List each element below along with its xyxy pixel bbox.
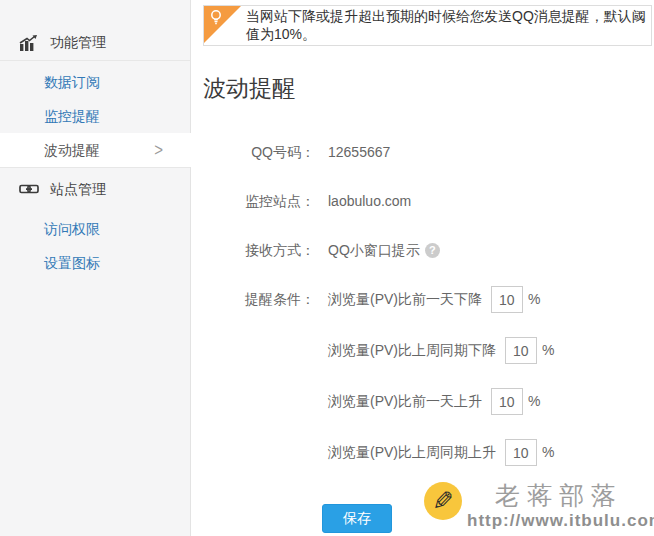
main-content: 当网站下降或提升超出预期的时候给您发送QQ消息提醒，默认阈值为10%。 波动提醒… [192, 0, 654, 536]
sidebar-section-label: 站点管理 [50, 181, 106, 199]
percent-sign: % [528, 387, 540, 416]
watermark-url: http://www.itbulu.com [467, 511, 654, 531]
question-icon[interactable]: ? [425, 243, 440, 258]
condition-row-pv-day-drop: 浏览量(PV)比前一天下降 % [328, 285, 554, 314]
sidebar-section-label: 功能管理 [50, 34, 106, 52]
watermark-text: 老蒋部落 http://www.itbulu.com [467, 482, 654, 531]
condition-text: 浏览量(PV)比上周同期下降 [328, 336, 496, 365]
sidebar: 功能管理 数据订阅 监控提醒 波动提醒 > 站点管理 访问权限 设置图标 [0, 0, 191, 536]
sidebar-item-data-subscription[interactable]: 数据订阅 [0, 65, 190, 99]
alert-condition-label: 提醒条件： [203, 285, 315, 314]
threshold-input-week-drop[interactable] [505, 337, 537, 364]
condition-text: 浏览量(PV)比前一天下降 [328, 285, 482, 314]
form-row-conditions: 提醒条件： 浏览量(PV)比前一天下降 % 浏览量(PV)比上周同期下降 % 浏… [203, 285, 654, 489]
lightbulb-icon [209, 9, 223, 30]
percent-sign: % [542, 438, 554, 467]
watermark-title: 老蒋部落 [495, 482, 654, 510]
condition-row-pv-day-rise: 浏览量(PV)比前一天上升 % [328, 387, 554, 416]
watermark: ✎ 老蒋部落 http://www.itbulu.com [424, 482, 654, 531]
monitor-site-value: laobuluo.com [328, 187, 411, 216]
condition-row-pv-week-rise: 浏览量(PV)比上周同期上升 % [328, 438, 554, 467]
banner-text: 当网站下降或提升超出预期的时候给您发送QQ消息提醒，默认阈值为10%。 [246, 8, 651, 44]
link-icon [19, 182, 41, 199]
chart-up-icon [19, 35, 41, 52]
page-title: 波动提醒 [203, 73, 654, 104]
monitor-site-label: 监控站点： [203, 187, 315, 216]
receive-method-text: QQ小窗口提示 [328, 242, 420, 258]
threshold-input-week-rise[interactable] [505, 439, 537, 466]
notice-banner: 当网站下降或提升超出预期的时候给您发送QQ消息提醒，默认阈值为10%。 [203, 5, 652, 46]
sidebar-section-function-mgmt: 功能管理 [0, 29, 190, 57]
chevron-right-icon: > [154, 129, 163, 172]
qq-number-value: 12655667 [328, 138, 390, 167]
sidebar-item-label: 访问权限 [44, 221, 100, 237]
sidebar-item-label: 监控提醒 [44, 108, 100, 124]
sidebar-item-fluctuation-alert[interactable]: 波动提醒 > [0, 133, 191, 167]
settings-form: QQ号码： 12655667 监控站点： laobuluo.com 接收方式： … [203, 138, 654, 533]
sidebar-divider [0, 60, 190, 61]
sidebar-item-access-rights[interactable]: 访问权限 [0, 212, 190, 246]
watermark-badge: ✎ [424, 482, 462, 520]
sidebar-section-site-mgmt: 站点管理 [0, 176, 190, 204]
condition-text: 浏览量(PV)比上周同期上升 [328, 438, 496, 467]
pencil-icon: ✎ [432, 488, 454, 514]
receive-method-value: QQ小窗口提示? [328, 236, 440, 265]
form-row-method: 接收方式： QQ小窗口提示? [203, 236, 654, 265]
sidebar-item-set-icon[interactable]: 设置图标 [0, 246, 190, 280]
threshold-input-day-drop[interactable] [491, 286, 523, 313]
sidebar-item-label: 数据订阅 [44, 74, 100, 90]
condition-row-pv-week-drop: 浏览量(PV)比上周同期下降 % [328, 336, 554, 365]
form-row-qq: QQ号码： 12655667 [203, 138, 654, 167]
receive-method-label: 接收方式： [203, 236, 315, 265]
form-row-site: 监控站点： laobuluo.com [203, 187, 654, 216]
threshold-input-day-rise[interactable] [491, 388, 523, 415]
sidebar-item-label: 波动提醒 [44, 133, 100, 167]
percent-sign: % [542, 336, 554, 365]
qq-number-label: QQ号码： [203, 138, 315, 167]
sidebar-item-label: 设置图标 [44, 255, 100, 271]
condition-list: 浏览量(PV)比前一天下降 % 浏览量(PV)比上周同期下降 % 浏览量(PV)… [328, 285, 554, 489]
condition-text: 浏览量(PV)比前一天上升 [328, 387, 482, 416]
save-button[interactable]: 保存 [322, 504, 392, 533]
percent-sign: % [528, 285, 540, 314]
